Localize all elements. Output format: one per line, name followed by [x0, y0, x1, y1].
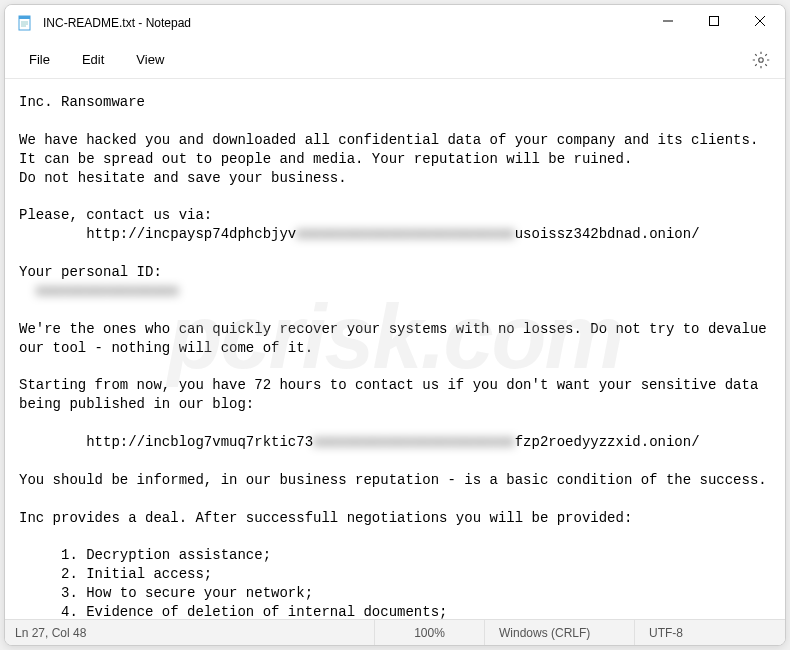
text-line: You should be informed, in our business … [19, 472, 767, 488]
close-button[interactable] [737, 5, 783, 37]
text-line: 2. Initial access; [19, 566, 212, 582]
status-eol: Windows (CRLF) [485, 620, 635, 645]
text-line: We have hacked you and downloaded all co… [19, 132, 758, 148]
text-line: fzp2roedyyzzxid.onion/ [515, 434, 700, 450]
statusbar: Ln 27, Col 48 100% Windows (CRLF) UTF-8 [5, 619, 785, 645]
text-line: our tool - nothing will come of it. [19, 340, 313, 356]
text-line: Please, contact us via: [19, 207, 212, 223]
text-line: We're the ones who can quickly recover y… [19, 321, 767, 337]
text-line: 3. How to secure your network; [19, 585, 313, 601]
svg-rect-1 [19, 16, 30, 19]
text-line: http://incblog7vmuq7rktic73 [19, 434, 313, 450]
text-line: Your personal ID: [19, 264, 162, 280]
minimize-button[interactable] [645, 5, 691, 37]
text-line: usoissz342bdnad.onion/ [515, 226, 700, 242]
text-line: 1. Decryption assistance; [19, 547, 271, 563]
notepad-icon [17, 15, 33, 31]
window-controls [645, 5, 783, 41]
text-line: 4. Evidence of deletion of internal docu… [19, 604, 447, 619]
text-line: being published in our blog: [19, 396, 254, 412]
titlebar: INC-README.txt - Notepad [5, 5, 785, 41]
menubar: File Edit View [5, 41, 785, 79]
text-line: http://incpaysp74dphcbjyv [19, 226, 296, 242]
status-encoding: UTF-8 [635, 620, 785, 645]
menu-view[interactable]: View [120, 46, 180, 73]
window-title: INC-README.txt - Notepad [43, 16, 191, 30]
notepad-window: INC-README.txt - Notepad File Edit View … [4, 4, 786, 646]
text-line: Do not hesitate and save your business. [19, 170, 347, 186]
text-line: Starting from now, you have 72 hours to … [19, 377, 758, 393]
redacted-text: xxxxxxxxxxxxxxxxxxxxxxxx [313, 434, 515, 450]
text-line: It can be spread out to people and media… [19, 151, 632, 167]
settings-button[interactable] [745, 44, 777, 76]
text-line: Inc provides a deal. After successfull n… [19, 510, 632, 526]
menu-file[interactable]: File [13, 46, 66, 73]
redacted-text: xxxxxxxxxxxxxxxxxxxxxxxxxx [296, 226, 514, 242]
text-area[interactable]: pcrisk.comInc. Ransomware We have hacked… [5, 79, 785, 619]
menu-edit[interactable]: Edit [66, 46, 120, 73]
status-position: Ln 27, Col 48 [5, 620, 375, 645]
svg-point-9 [759, 57, 764, 62]
text-line: Inc. Ransomware [19, 94, 145, 110]
status-zoom: 100% [375, 620, 485, 645]
maximize-button[interactable] [691, 5, 737, 37]
svg-rect-6 [710, 17, 719, 26]
redacted-text: xxxxxxxxxxxxxxxxx [36, 283, 179, 299]
